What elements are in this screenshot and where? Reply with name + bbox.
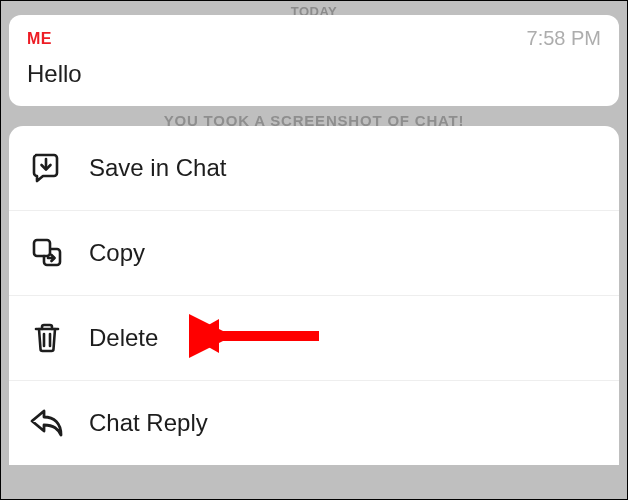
action-label: Chat Reply	[89, 409, 208, 437]
message-text: Hello	[27, 60, 601, 88]
action-label: Save in Chat	[89, 154, 226, 182]
message-header: ME 7:58 PM	[27, 27, 601, 50]
action-sheet: Save in Chat Copy	[9, 126, 619, 465]
save-icon	[29, 150, 65, 186]
message-bubble[interactable]: ME 7:58 PM Hello	[9, 15, 619, 106]
copy-icon	[29, 235, 65, 271]
arrow-annotation-icon	[189, 311, 329, 365]
trash-icon	[29, 320, 65, 356]
action-label: Copy	[89, 239, 145, 267]
svg-rect-0	[34, 240, 50, 256]
delete-button[interactable]: Delete	[9, 296, 619, 381]
action-label: Delete	[89, 324, 158, 352]
save-in-chat-button[interactable]: Save in Chat	[9, 126, 619, 211]
timestamp: 7:58 PM	[527, 27, 601, 50]
reply-icon	[29, 405, 65, 441]
sender-name: ME	[27, 30, 52, 48]
chat-reply-button[interactable]: Chat Reply	[9, 381, 619, 465]
copy-button[interactable]: Copy	[9, 211, 619, 296]
